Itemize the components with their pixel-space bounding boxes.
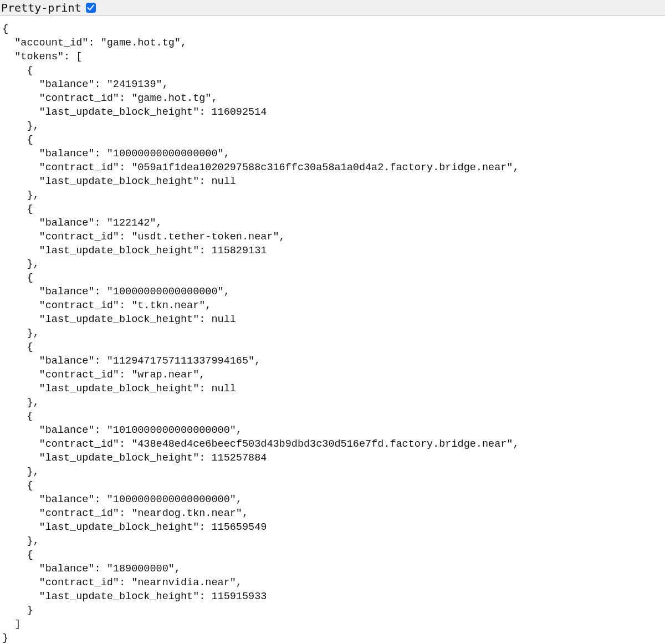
pretty-print-checkbox[interactable] [86,3,96,13]
json-body: { "account_id": "game.hot.tg", "tokens":… [0,16,665,644]
pretty-print-label: Pretty-print [1,1,81,14]
toolbar: Pretty-print [0,0,665,16]
